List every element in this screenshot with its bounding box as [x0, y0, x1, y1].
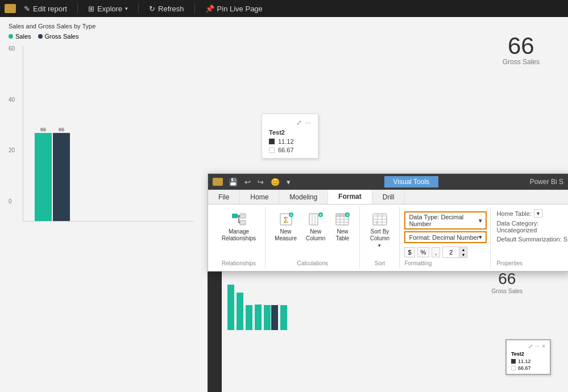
more-icon: ··· — [305, 119, 311, 127]
relationships-section: ManageRelationships Relationships — [213, 207, 266, 269]
properties-section: Home Table: ▾ Data Category: Uncategoriz… — [491, 207, 568, 269]
mini-bar-fill-3 — [246, 305, 252, 330]
bar-chart: 66 66 — [23, 45, 193, 222]
redo-icon[interactable]: ↪ — [255, 177, 266, 187]
legend-dot-gross — [38, 34, 43, 39]
tab-drill[interactable]: Drill — [372, 190, 405, 204]
sort-icon: ↕ — [372, 211, 388, 227]
mini-tooltip-card: ⤢ ··· × Test2 11.12 66.67 — [505, 339, 551, 375]
pin-live-page-button[interactable]: 📌 Pin Live Page — [200, 3, 268, 15]
increment-button[interactable]: ▲ — [459, 247, 467, 252]
bar-group-a: 66 66 — [35, 127, 70, 221]
tooltip-swatch-1 — [269, 139, 275, 144]
explore-button[interactable]: ⊞ Explore ▾ — [82, 3, 134, 15]
dollar-button[interactable]: $ — [404, 247, 414, 257]
mini-bar-fill-5a — [264, 305, 271, 330]
refresh-icon: ↻ — [149, 5, 155, 13]
bars-container: 66 66 — [23, 45, 193, 221]
format-dropdown[interactable]: Format: Decimal Number ▾ — [404, 231, 487, 243]
data-type-dropdown[interactable]: Data Type: Decimal Number ▾ — [404, 211, 487, 230]
explore-icon: ⊞ — [88, 5, 94, 13]
gross-sales-label: Gross Sales — [503, 58, 540, 66]
new-column-label: NewColumn — [306, 228, 325, 242]
home-table-label: Home Table: — [496, 210, 532, 217]
new-column-button[interactable]: + NewColumn — [302, 209, 329, 244]
svg-rect-2 — [240, 220, 246, 225]
mini-gross-number: 66 — [492, 270, 523, 288]
tab-file[interactable]: File — [208, 190, 240, 204]
mini-bar-fill-1 — [227, 285, 234, 330]
tooltip-card: ⤢ ··· Test2 11.12 66.67 — [262, 114, 318, 159]
y-axis-labels: 60 40 20 0 — [9, 45, 23, 205]
mini-bar-1 — [227, 285, 234, 330]
percent-button[interactable]: % — [417, 247, 430, 257]
bar-gross: 66 — [53, 127, 70, 221]
bar-sales-value: 66 — [40, 127, 46, 132]
tab-format[interactable]: Format — [328, 190, 372, 204]
calculations-btns: Σ + NewMeasure — [271, 209, 354, 258]
ribbon-title-bar: 💾 ↩ ↪ 😊 ▾ Visual Tools Power Bi S — [208, 174, 568, 190]
refresh-button[interactable]: ↻ Refresh — [143, 3, 190, 15]
mini-close-icon: × — [542, 343, 545, 349]
relationships-btns: ManageRelationships — [218, 209, 259, 258]
ribbon-modal: 💾 ↩ ↪ 😊 ▾ Visual Tools Power Bi S File H… — [208, 173, 568, 272]
new-measure-icon: Σ + — [278, 211, 294, 227]
mini-tooltip-title: Test2 — [511, 351, 545, 357]
manage-relationships-button[interactable]: ManageRelationships — [218, 209, 259, 244]
decimal-input[interactable] — [443, 248, 459, 256]
comma-button[interactable]: , — [432, 247, 440, 257]
data-type-label: Data Type: Decimal Number — [409, 214, 479, 227]
tooltip-title: Test2 — [269, 129, 311, 136]
legend-label-gross: Gross Sales — [45, 33, 79, 40]
sort-by-column-button[interactable]: ↕ Sort ByColumn ▾ — [364, 209, 395, 251]
pbi-logo-icon — [213, 178, 223, 186]
tab-home[interactable]: Home — [240, 190, 279, 204]
ribbon-content: ManageRelationships Relationships Σ — [208, 205, 568, 271]
bar-fill-sales — [35, 133, 52, 221]
tooltip-value-1: 11.12 — [278, 138, 294, 145]
undo-icon[interactable]: ↩ — [242, 177, 253, 187]
mini-bar-4 — [255, 305, 262, 330]
svg-rect-11 — [309, 214, 318, 225]
home-table-dropdown[interactable]: ▾ — [534, 209, 542, 218]
mini-bar-fill-4 — [255, 305, 262, 330]
spinbox-buttons: ▲ ▼ — [459, 247, 467, 257]
emoji-icon[interactable]: 😊 — [268, 177, 282, 187]
mini-tooltip-icons: ⤢ ··· × — [511, 343, 545, 349]
new-measure-button[interactable]: Σ + NewMeasure — [271, 209, 300, 244]
tab-modeling[interactable]: Modeling — [279, 190, 328, 204]
separator — [77, 3, 78, 14]
new-measure-label: NewMeasure — [275, 228, 297, 242]
mini-bar-6 — [280, 305, 287, 330]
home-table-row: Home Table: ▾ — [496, 209, 568, 218]
tooltip-icons: ⤢ ··· — [269, 119, 311, 127]
sort-by-column-label: Sort ByColumn ▾ — [368, 228, 391, 249]
mini-tooltip-value-2: 66.67 — [518, 365, 531, 371]
expand-icon: ⤢ — [296, 119, 302, 127]
gross-sales-kpi: 66 Gross Sales — [503, 34, 540, 66]
svg-rect-25 — [373, 214, 387, 217]
svg-text:Σ: Σ — [283, 215, 288, 224]
mini-bar-2 — [237, 293, 243, 330]
mini-swatch-2 — [511, 366, 516, 370]
calculations-section-label: Calculations — [271, 258, 354, 266]
legend-dot-sales — [9, 34, 13, 39]
main-area: Sales and Gross Sales by Type Sales Gros… — [0, 17, 568, 392]
app-logo — [5, 4, 16, 13]
new-table-button[interactable]: + NewTable — [331, 209, 354, 244]
mini-tooltip-item-2: 66.67 — [511, 365, 545, 371]
tooltip-item-1: 11.12 — [269, 138, 311, 145]
calculations-section: Σ + NewMeasure — [266, 207, 360, 269]
data-category-row: Data Category: Uncategorized ▾ — [496, 220, 568, 233]
relationships-icon — [231, 211, 247, 227]
tooltip-item-2: 66.67 — [269, 147, 311, 153]
chevron-down-icon: ▾ — [125, 6, 128, 11]
decimal-spinbox[interactable]: ▲ ▼ — [442, 247, 467, 258]
edit-report-icon: ✎ — [24, 5, 30, 13]
quick-access-icon[interactable]: ▾ — [284, 177, 293, 187]
save-icon[interactable]: 💾 — [226, 177, 240, 187]
ribbon-tab-bar: File Home Modeling Format Drill — [208, 190, 568, 205]
svg-text:+: + — [289, 212, 292, 218]
decrement-button[interactable]: ▼ — [459, 252, 467, 257]
edit-report-button[interactable]: ✎ Edit report — [18, 3, 73, 15]
